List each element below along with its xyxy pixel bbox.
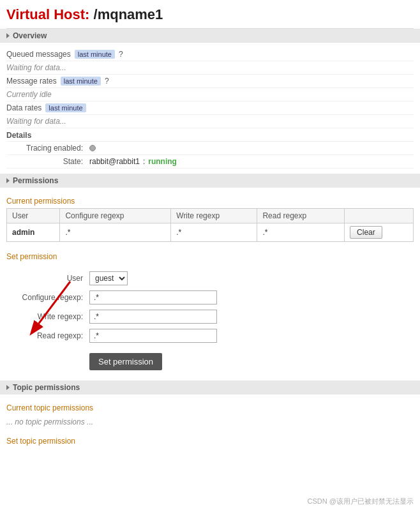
overview-label: Overview <box>13 31 47 40</box>
message-rates-badge[interactable]: last minute <box>61 77 101 86</box>
data-rates-row: Data rates last minute <box>6 102 414 115</box>
collapse-topic-icon <box>6 385 10 390</box>
configure-regexp-input[interactable] <box>89 290 217 305</box>
state-node: rabbit@rabbit1 <box>89 157 140 166</box>
message-rates-status: Currently idle <box>6 88 414 102</box>
set-permission-button[interactable]: Set permission <box>89 353 162 370</box>
cell-read: .* <box>257 223 345 242</box>
queued-waiting: Waiting for data... <box>6 61 414 75</box>
configure-regexp-row: Configure regexp: <box>6 288 414 307</box>
cell-configure: .* <box>60 223 171 242</box>
clear-button[interactable]: Clear <box>350 226 382 239</box>
state-running: running <box>148 157 177 166</box>
no-topic-text: ... no topic permissions ... <box>6 415 414 429</box>
set-permission-title: Set permission <box>6 248 414 264</box>
queued-badge[interactable]: last minute <box>75 50 115 59</box>
overview-section-header[interactable]: Overview <box>0 29 420 43</box>
current-topic-title: Current topic permissions <box>6 400 414 415</box>
cell-write: .* <box>171 223 257 242</box>
title-prefix: Virtual Host: <box>6 6 94 22</box>
message-rates-row: Message rates last minute ? <box>6 75 414 88</box>
tracing-label: Tracing enabled: <box>6 144 89 153</box>
col-user: User <box>7 209 60 223</box>
cell-user: admin <box>7 223 60 242</box>
read-regexp-input[interactable] <box>89 329 217 343</box>
col-write: Write regexp <box>171 209 257 223</box>
data-rates-waiting: Waiting for data... <box>6 115 414 128</box>
collapse-permissions-icon <box>6 178 10 183</box>
set-topic-label: Set topic permission <box>6 433 414 448</box>
col-read: Read regexp <box>257 209 345 223</box>
configure-regexp-label: Configure regexp: <box>6 293 89 302</box>
collapse-icon <box>6 33 10 38</box>
permissions-label: Permissions <box>13 176 58 185</box>
tracing-value <box>89 144 96 153</box>
write-regexp-label: Write regexp: <box>6 312 89 321</box>
overview-body: Queued messages last minute ? Waiting fo… <box>6 43 414 174</box>
read-regexp-label: Read regexp: <box>6 331 89 340</box>
data-rates-label: Data rates <box>6 103 41 112</box>
read-regexp-row: Read regexp: <box>6 326 414 345</box>
message-rates-help[interactable]: ? <box>105 77 109 86</box>
topic-permissions-body: Current topic permissions ... no topic p… <box>6 395 414 453</box>
page-wrapper: Virtual Host: /mqname1 Overview Queued m… <box>0 0 420 466</box>
permissions-body: Current permissions User Configure regex… <box>6 188 414 380</box>
topic-permissions-header[interactable]: Topic permissions <box>0 380 420 395</box>
set-permission-form: User guest Configure regexp: Write regex… <box>6 264 414 375</box>
write-regexp-input[interactable] <box>89 310 217 324</box>
user-select-row: User guest <box>6 269 414 288</box>
page-title: Virtual Host: /mqname1 <box>6 0 414 29</box>
col-configure: Configure regexp <box>60 209 171 223</box>
table-row: admin .* .* .* Clear <box>7 223 414 242</box>
user-form-label: User <box>6 274 89 283</box>
permissions-section-header[interactable]: Permissions <box>0 174 420 188</box>
cell-action: Clear <box>345 223 414 242</box>
queued-messages-label: Queued messages <box>6 50 71 59</box>
queued-messages-row: Queued messages last minute ? <box>6 48 414 61</box>
state-separator: : <box>143 157 145 166</box>
state-value: rabbit@rabbit1 : running <box>89 157 177 166</box>
set-permission-btn-row: Set permission <box>6 345 414 370</box>
user-select[interactable]: guest <box>89 271 128 285</box>
state-row: State: rabbit@rabbit1 : running <box>6 155 414 169</box>
tracing-row: Tracing enabled: <box>6 142 414 155</box>
write-regexp-row: Write regexp: <box>6 307 414 326</box>
details-title: Details <box>6 128 414 142</box>
vhost-name: /mqname1 <box>94 6 163 22</box>
topic-permissions-label: Topic permissions <box>13 383 80 392</box>
message-rates-label: Message rates <box>6 77 57 86</box>
state-label: State: <box>6 157 89 166</box>
data-rates-badge[interactable]: last minute <box>45 103 86 112</box>
tracing-circle <box>89 145 96 151</box>
col-action <box>345 209 414 223</box>
current-permissions-title: Current permissions <box>6 193 414 208</box>
queued-help[interactable]: ? <box>119 50 123 59</box>
permissions-table: User Configure regexp Write regexp Read … <box>6 208 414 242</box>
